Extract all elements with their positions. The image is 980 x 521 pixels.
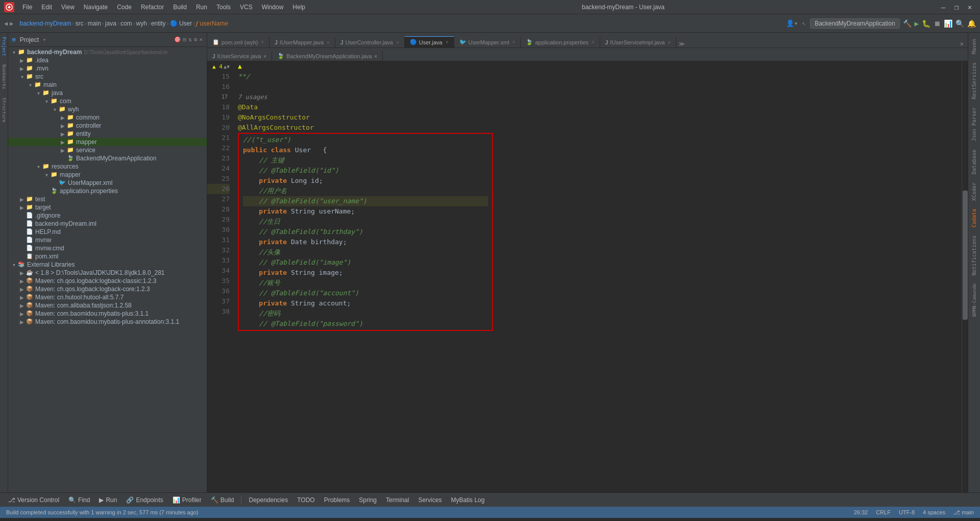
build-icon[interactable]: 🔨: [903, 19, 912, 28]
tab-iuserserviceimpl[interactable]: J IUserServiceImpl.java ×: [600, 37, 676, 48]
coverage-icon[interactable]: 📊: [944, 19, 952, 28]
tree-resources[interactable]: ▾ 📁 resources: [8, 162, 207, 171]
scroll-down-icon[interactable]: ▼: [227, 64, 230, 69]
breadcrumb-com[interactable]: com: [120, 20, 132, 27]
breadcrumb-wyh[interactable]: wyh: [136, 20, 147, 27]
tree-controller[interactable]: ▶ 📁 controller: [8, 122, 207, 130]
close-button[interactable]: ×: [964, 2, 976, 12]
menu-window[interactable]: Window: [258, 3, 288, 12]
debug-icon[interactable]: 🐛: [922, 19, 930, 28]
btn-spring[interactable]: Spring: [355, 495, 381, 505]
tab-appprops-close[interactable]: ×: [592, 39, 595, 45]
menu-vcs[interactable]: VCS: [236, 3, 257, 12]
breadcrumb-project[interactable]: backend-myDream: [19, 20, 71, 27]
tree-fastjson[interactable]: ▶ 📦 Maven: com.alibaba:fastjson:1.2.58: [8, 301, 207, 310]
maximize-button[interactable]: ❐: [950, 2, 963, 12]
tree-service[interactable]: ▶ 📁 service: [8, 146, 207, 154]
stop-icon[interactable]: ⏹: [934, 19, 941, 28]
tree-help[interactable]: 📄 HELP.md: [8, 228, 207, 236]
json-parser-panel[interactable]: Json Parser: [970, 103, 978, 145]
tree-idea[interactable]: ▶ 📁 .idea: [8, 56, 207, 64]
run-config-selector[interactable]: BackendMyDreamApplication: [810, 18, 899, 29]
codata-panel[interactable]: Codata: [970, 205, 978, 231]
tree-com[interactable]: ▾ 📁 com: [8, 97, 207, 105]
xcoder-panel[interactable]: XCoder: [970, 178, 978, 205]
minimap-scrollbar[interactable]: [962, 61, 968, 492]
locate-icon[interactable]: 🎯: [174, 36, 181, 43]
menu-help[interactable]: Help: [288, 3, 309, 12]
close-panel-icon[interactable]: ×: [199, 36, 203, 43]
menu-file[interactable]: File: [18, 3, 36, 12]
cursor-icon[interactable]: ↖: [802, 19, 806, 27]
btn-mybatis-log[interactable]: MyBatis Log: [447, 495, 488, 505]
btn-version-control[interactable]: ⎇ Version Control: [4, 495, 63, 505]
code-text[interactable]: ▲ **/ 7 usages @Data @NoArgsConstructor …: [234, 61, 962, 492]
menu-tools[interactable]: Tools: [212, 3, 235, 12]
sort-icon[interactable]: ⇅: [188, 36, 192, 43]
tree-common[interactable]: ▶ 📁 common: [8, 113, 207, 122]
tree-logback-core[interactable]: ▶ 📦 Maven: ch.qos.logback:logback-core:1…: [8, 285, 207, 293]
tree-mapper[interactable]: ▶ 📁 mapper: [8, 138, 207, 146]
profile-icon[interactable]: 👤▾: [786, 19, 798, 27]
tree-ext-libs[interactable]: ▾ 📚 External Libraries: [8, 260, 207, 269]
bpmn-panel[interactable]: BPMN-Camunde: [971, 279, 978, 321]
tab-iuserservice[interactable]: J IUserService.java ×: [207, 52, 272, 61]
tree-mvnw[interactable]: 📄 mvnw: [8, 236, 207, 244]
menu-build[interactable]: Build: [169, 3, 191, 12]
tree-mvn[interactable]: ▶ 📁 .mvn: [8, 64, 207, 73]
btn-todo[interactable]: TODO: [293, 495, 318, 505]
tree-hutool[interactable]: ▶ 📦 Maven: cn.hutool:hutool-all:5.7.7: [8, 293, 207, 301]
menu-refactor[interactable]: Refactor: [137, 3, 168, 12]
tree-mvnwcmd[interactable]: 📄 mvnw.cmd: [8, 244, 207, 252]
scrollbar-thumb[interactable]: [963, 191, 968, 320]
notifications-panel[interactable]: Notifications: [970, 231, 978, 279]
notification-icon[interactable]: 🔔: [967, 19, 976, 28]
tab-usercontroller[interactable]: J UserController.java ×: [335, 37, 405, 48]
tree-pomxml[interactable]: 📋 pom.xml: [8, 252, 207, 260]
expand-all-icon[interactable]: ⊞: [12, 36, 16, 43]
project-tab-icon[interactable]: Project: [1, 33, 8, 60]
tree-test[interactable]: ▶ 📁 test: [8, 195, 207, 203]
rest-services-panel[interactable]: RestServices: [970, 58, 978, 103]
btn-find[interactable]: 🔍 Find: [64, 495, 94, 505]
tree-target[interactable]: ▶ 📁 target: [8, 203, 207, 211]
bookmarks-icon[interactable]: Bookmarks: [1, 60, 8, 93]
btn-run[interactable]: ▶ Run: [95, 495, 121, 505]
tab-usermapper[interactable]: 🐦 UserMapper.xml ×: [454, 37, 521, 48]
maven-panel[interactable]: Maven: [970, 35, 978, 58]
tab-usermapper-close[interactable]: ×: [512, 39, 516, 45]
btn-services[interactable]: Services: [414, 495, 446, 505]
menu-edit[interactable]: Edit: [37, 3, 56, 12]
breadcrumb-main[interactable]: main: [88, 20, 101, 27]
status-crlf[interactable]: CRLF: [876, 509, 891, 516]
breadcrumb-user[interactable]: 🔵 User: [170, 20, 192, 27]
tree-gitignore[interactable]: 📄 .gitignore: [8, 211, 207, 220]
btn-terminal[interactable]: Terminal: [382, 495, 413, 505]
tree-iml[interactable]: 📄 backend-myDream.iml: [8, 220, 207, 228]
tree-java[interactable]: ▾ 📁 java: [8, 89, 207, 97]
tab-appprops[interactable]: 🍃 application.properties ×: [521, 37, 600, 48]
tree-src[interactable]: ▾ 📁 src: [8, 73, 207, 81]
tab-pom[interactable]: 📋 pom.xml (wyh) ×: [207, 37, 270, 48]
tab-backendapp-close[interactable]: ×: [374, 53, 377, 59]
breadcrumb-java[interactable]: java: [105, 20, 116, 27]
breadcrumb-src[interactable]: src: [76, 20, 84, 27]
settings-icon[interactable]: ⚙: [194, 36, 198, 43]
tree-app[interactable]: 🍃 BackendMyDreamApplication: [8, 154, 207, 162]
btn-endpoints[interactable]: 🔗 Endpoints: [122, 495, 167, 505]
menu-view[interactable]: View: [57, 3, 79, 12]
tree-usermapper-xml[interactable]: 🐦 UserMapper.xml: [8, 179, 207, 187]
tree-root[interactable]: ▾ 📁 backend-myDream D:\Tools\JavaWorkSpa…: [8, 48, 207, 56]
tree-logback-classic[interactable]: ▶ 📦 Maven: ch.qos.logback:logback-classi…: [8, 277, 207, 285]
tab-user-close[interactable]: ×: [446, 39, 449, 45]
git-branch-icon[interactable]: ⎇ main: [953, 509, 974, 516]
btn-build[interactable]: 🔨 Build: [207, 495, 238, 505]
collapse-all-icon[interactable]: ⊟: [183, 36, 187, 43]
tree-wyh[interactable]: ▾ 📁 wyh: [8, 105, 207, 113]
database-panel[interactable]: Database: [970, 146, 978, 178]
run-icon[interactable]: ▶: [915, 19, 919, 28]
menu-run[interactable]: Run: [192, 3, 211, 12]
tab-iuserserviceimpl-close[interactable]: ×: [668, 40, 671, 45]
status-position[interactable]: 26:32: [854, 509, 868, 516]
menu-code[interactable]: Code: [113, 3, 136, 12]
